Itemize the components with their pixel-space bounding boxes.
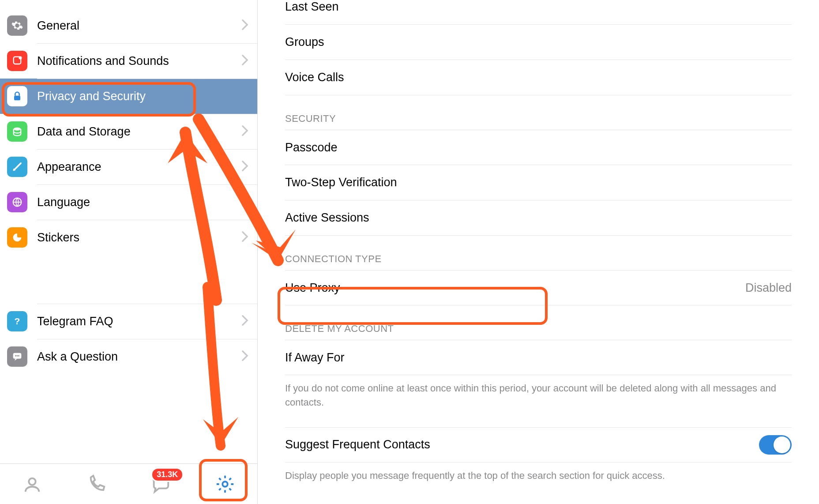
- privacy-security-panel: Last Seen Groups Voice Calls SECURITY Pa…: [258, 0, 819, 504]
- question-icon: ?: [7, 311, 27, 331]
- row-use-proxy[interactable]: Use Proxy Disabled: [285, 270, 792, 305]
- chevron-right-icon: [241, 315, 248, 328]
- chevron-right-icon: [241, 196, 248, 209]
- section-security-header: SECURITY: [285, 95, 792, 130]
- sidebar-item-label: Language: [37, 196, 90, 209]
- row-label: Groups: [285, 35, 324, 49]
- row-label: Use Proxy: [285, 281, 340, 295]
- sidebar-item-label: Stickers: [37, 231, 79, 244]
- sidebar-item-label: Data and Storage: [37, 125, 131, 139]
- sidebar-item-general[interactable]: General: [0, 8, 257, 43]
- row-passcode[interactable]: Passcode: [285, 130, 792, 165]
- row-label: Voice Calls: [285, 71, 344, 84]
- section-delete-header: DELETE MY ACCOUNT: [285, 305, 792, 340]
- sidebar-item-label: Privacy and Security: [37, 90, 146, 103]
- bell-icon: [7, 51, 27, 71]
- svg-rect-2: [14, 96, 20, 101]
- sidebar-item-privacy-security[interactable]: Privacy and Security: [0, 79, 257, 114]
- settings-sidebar: General Notifications and Sounds Privacy…: [0, 0, 258, 504]
- sidebar-item-ask-question[interactable]: Ask a Question: [0, 339, 257, 374]
- chat-icon: [7, 346, 27, 367]
- sidebar-list: General Notifications and Sounds Privacy…: [0, 0, 257, 463]
- row-last-seen[interactable]: Last Seen: [285, 0, 792, 25]
- svg-point-1: [19, 56, 22, 60]
- sidebar-item-label: General: [37, 19, 79, 33]
- chevron-right-icon: [241, 19, 248, 32]
- suggest-footnote: Display people you message frequently at…: [285, 469, 792, 483]
- tab-chats[interactable]: 31.3K: [143, 470, 178, 498]
- sidebar-item-label: Appearance: [37, 160, 101, 174]
- row-groups[interactable]: Groups: [285, 25, 792, 60]
- row-label: Suggest Frequent Contacts: [285, 438, 430, 451]
- sidebar-item-language[interactable]: Language: [0, 184, 257, 220]
- sidebar-item-data-storage[interactable]: Data and Storage: [0, 114, 257, 149]
- globe-icon: [7, 192, 27, 212]
- chevron-right-icon: [241, 160, 248, 173]
- svg-text:?: ?: [15, 316, 20, 326]
- tab-calls[interactable]: [79, 470, 114, 498]
- section-connection-header: CONNECTION TYPE: [285, 236, 792, 270]
- row-label: Passcode: [285, 141, 338, 154]
- svg-point-11: [222, 481, 228, 487]
- tab-bar: 31.3K: [0, 463, 257, 504]
- tab-contacts[interactable]: [15, 470, 50, 498]
- svg-point-9: [18, 355, 19, 357]
- sticker-icon: [7, 227, 27, 248]
- svg-point-7: [15, 355, 16, 357]
- row-label: Last Seen: [285, 0, 339, 14]
- sidebar-item-label: Notifications and Sounds: [37, 54, 169, 68]
- tab-settings[interactable]: [207, 470, 243, 498]
- row-value: Disabled: [745, 281, 792, 295]
- svg-point-8: [17, 355, 18, 357]
- row-active-sessions[interactable]: Active Sessions: [285, 200, 792, 236]
- row-label: Two-Step Verification: [285, 176, 397, 189]
- lock-icon: [7, 86, 27, 106]
- row-suggest-frequent-contacts[interactable]: Suggest Frequent Contacts: [285, 427, 792, 463]
- database-icon: [7, 121, 27, 142]
- sidebar-item-appearance[interactable]: Appearance: [0, 149, 257, 184]
- row-if-away-for[interactable]: If Away For: [285, 340, 792, 375]
- chevron-right-icon: [241, 125, 248, 138]
- row-voice-calls[interactable]: Voice Calls: [285, 60, 792, 95]
- row-label: Active Sessions: [285, 211, 369, 225]
- brush-icon: [7, 157, 27, 177]
- chevron-right-icon: [241, 231, 248, 244]
- delete-footnote: If you do not come online at least once …: [285, 381, 792, 410]
- svg-point-10: [29, 478, 35, 485]
- sidebar-item-label: Ask a Question: [37, 350, 118, 364]
- gear-icon: [7, 15, 27, 36]
- sidebar-item-faq[interactable]: ? Telegram FAQ: [0, 304, 257, 339]
- row-label: If Away For: [285, 351, 345, 365]
- chevron-right-icon: [241, 350, 248, 363]
- sidebar-item-label: Telegram FAQ: [37, 315, 113, 328]
- row-two-step-verification[interactable]: Two-Step Verification: [285, 165, 792, 200]
- sidebar-spacer: [0, 255, 257, 304]
- sidebar-item-stickers[interactable]: Stickers: [0, 220, 257, 255]
- app-root: General Notifications and Sounds Privacy…: [0, 0, 819, 504]
- toggle-suggest-contacts[interactable]: [759, 435, 792, 455]
- unread-badge: 31.3K: [151, 467, 184, 482]
- sidebar-item-notifications[interactable]: Notifications and Sounds: [0, 43, 257, 79]
- svg-point-3: [14, 128, 21, 131]
- chevron-right-icon: [241, 54, 248, 68]
